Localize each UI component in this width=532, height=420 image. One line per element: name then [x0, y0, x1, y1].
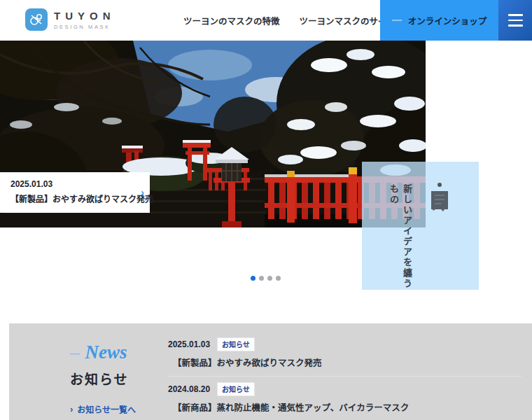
logo-brand-text: TUYON: [54, 10, 115, 22]
news-view-all-link[interactable]: › お知らせ一覧へ: [70, 403, 136, 415]
hamburger-menu-button[interactable]: [498, 0, 532, 41]
chevron-right-icon: ›: [70, 404, 73, 414]
hero-news-title: 【新製品】おやすみ欲ばりマスク発売: [10, 192, 133, 204]
site-header: TUYON DESIGN MASK ツーヨンのマスクの特徴 ツーヨンマスクのサイ…: [0, 0, 532, 41]
carousel-dot[interactable]: [267, 276, 272, 281]
hamburger-icon: [508, 14, 523, 16]
news-item-badge: お知らせ: [217, 337, 255, 351]
tuyon-homepage: TUYON DESIGN MASK ツーヨンのマスクの特徴 ツーヨンマスクのサイ…: [0, 0, 532, 420]
tuyon-logo-icon: [25, 8, 48, 31]
heading-dash-decoration: –: [70, 342, 80, 363]
online-shop-button[interactable]: オンラインショップ: [380, 0, 498, 41]
button-dash-decoration: [392, 20, 402, 21]
carousel-dot[interactable]: [259, 276, 264, 281]
news-heading-en: News: [85, 342, 127, 363]
news-item-badge: お知らせ: [217, 382, 255, 396]
news-item-title: 【新商品】蒸れ防止機能・通気性アップ、バイカラーマスク: [168, 400, 522, 414]
hero-news-date: 2025.01.03: [10, 179, 133, 189]
site-logo[interactable]: TUYON DESIGN MASK: [25, 8, 115, 31]
hero-tagline-panel: 新しいアイデアを纏うもの: [362, 162, 479, 290]
news-item-date: 2024.08.20: [168, 384, 210, 394]
chevron-right-icon: ›: [141, 187, 144, 198]
news-heading-ja: お知らせ: [70, 369, 129, 388]
carousel-dots: [251, 276, 281, 281]
carousel-dot[interactable]: [276, 276, 281, 281]
vertical-tagline-text: 新しいアイデアを纏うもの: [387, 184, 414, 290]
seal-stamp-icon: [429, 181, 450, 218]
news-section-heading: –News お知らせ: [70, 342, 129, 388]
online-shop-label: オンラインショップ: [408, 14, 487, 27]
view-all-label: お知らせ一覧へ: [77, 403, 136, 415]
news-list-item[interactable]: 2025.01.03 お知らせ 【新製品】おやすみ欲ばりマスク発売: [168, 332, 522, 377]
news-list-item[interactable]: 2024.08.20 お知らせ 【新商品】蒸れ防止機能・通気性アップ、バイカラー…: [168, 377, 522, 420]
logo-tagline-text: DESIGN MASK: [54, 24, 115, 30]
news-section: –News お知らせ › お知らせ一覧へ 2025.01.03 お知らせ 【新製…: [9, 323, 532, 420]
news-list: 2025.01.03 お知らせ 【新製品】おやすみ欲ばりマスク発売 2024.0…: [168, 332, 522, 420]
main-nav: ツーヨンのマスクの特徴 ツーヨンマスクのサイズ: [183, 0, 396, 41]
news-item-date: 2025.01.03: [168, 340, 210, 349]
hero-news-overlay[interactable]: 2025.01.03 【新製品】おやすみ欲ばりマスク発売 ›: [0, 172, 150, 213]
news-item-title: 【新製品】おやすみ欲ばりマスク発売: [168, 356, 522, 369]
carousel-dot[interactable]: [251, 276, 255, 281]
nav-item-mask-features[interactable]: ツーヨンのマスクの特徴: [183, 14, 280, 27]
